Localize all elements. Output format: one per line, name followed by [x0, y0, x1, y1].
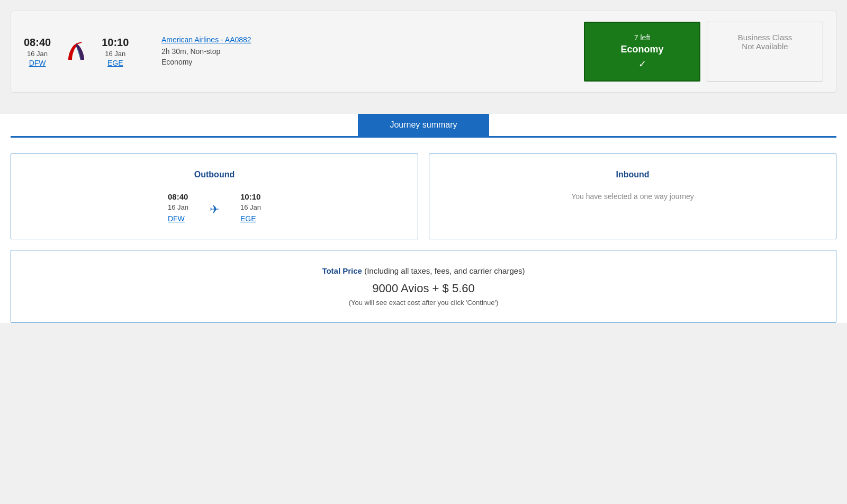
outbound-flight-row: 08:40 16 Jan DFW ✈ 10:10 16 Jan EGE [32, 192, 397, 223]
airline-link[interactable]: American Airlines - AA0882 [161, 35, 573, 44]
outbound-departure: 08:40 16 Jan DFW [168, 192, 188, 223]
outbound-dep-time: 08:40 [168, 192, 188, 201]
economy-class-name: Economy [606, 44, 678, 55]
summary-cards: Outbound 08:40 16 Jan DFW ✈ 10:10 16 Jan… [11, 154, 836, 239]
economy-option[interactable]: 7 left Economy ✓ [584, 22, 700, 82]
total-price-label: Total Price (Including all taxes, fees, … [32, 266, 815, 275]
flight-card: 08:40 16 Jan DFW 10:10 16 Jan EGE Americ… [11, 11, 836, 93]
departure-block: 08:40 16 Jan DFW [24, 37, 51, 67]
outbound-title: Outbound [32, 170, 397, 179]
business-option: Business Class Not Available [707, 22, 823, 82]
plane-icon: ✈ [210, 203, 219, 217]
flight-duration: 2h 30m, Non-stop [161, 47, 573, 56]
business-line1: Business Class [728, 33, 801, 42]
journey-section: Journey summary Outbound 08:40 16 Jan DF… [0, 114, 847, 323]
departure-airport[interactable]: DFW [29, 59, 46, 67]
class-options: 7 left Economy ✓ Business Class Not Avai… [584, 22, 823, 82]
business-line2: Not Available [728, 42, 801, 51]
outbound-arr-date: 16 Jan [240, 203, 261, 211]
outbound-dep-date: 16 Jan [168, 203, 188, 211]
outbound-dep-airport[interactable]: DFW [168, 214, 185, 223]
arrival-block: 10:10 16 Jan EGE [102, 37, 129, 67]
price-value: 9000 Avios + $ 5.60 [32, 282, 815, 295]
departure-date: 16 Jan [27, 50, 48, 58]
arrival-date: 16 Jan [105, 50, 125, 58]
airline-logo [66, 41, 87, 62]
total-price-card: Total Price (Including all taxes, fees, … [11, 250, 836, 323]
arrival-airport[interactable]: EGE [107, 59, 123, 67]
journey-header-wrap: Journey summary [11, 114, 836, 136]
flight-times: 08:40 16 Jan DFW 10:10 16 Jan EGE [24, 37, 151, 67]
outbound-arr-airport[interactable]: EGE [240, 214, 256, 223]
flight-details: American Airlines - AA0882 2h 30m, Non-s… [151, 35, 573, 68]
outbound-card: Outbound 08:40 16 Jan DFW ✈ 10:10 16 Jan… [11, 154, 418, 239]
seats-left: 7 left [606, 33, 678, 42]
svg-line-0 [76, 42, 82, 44]
flight-class: Economy [161, 58, 573, 66]
arrival-time: 10:10 [102, 37, 129, 49]
total-price-bold: Total Price [322, 266, 362, 275]
outbound-arr-time: 10:10 [240, 192, 261, 201]
inbound-card: Inbound You have selected a one way jour… [429, 154, 836, 239]
inbound-message: You have selected a one way journey [450, 192, 815, 201]
departure-time: 08:40 [24, 37, 51, 49]
outbound-arrival: 10:10 16 Jan EGE [240, 192, 261, 223]
journey-summary-header[interactable]: Journey summary [358, 114, 489, 136]
economy-checkmark: ✓ [606, 58, 678, 70]
inbound-title: Inbound [450, 170, 815, 179]
blue-divider [11, 136, 836, 138]
price-note: (You will see exact cost after you click… [32, 299, 815, 307]
total-price-rest: (Including all taxes, fees, and carrier … [362, 266, 525, 275]
